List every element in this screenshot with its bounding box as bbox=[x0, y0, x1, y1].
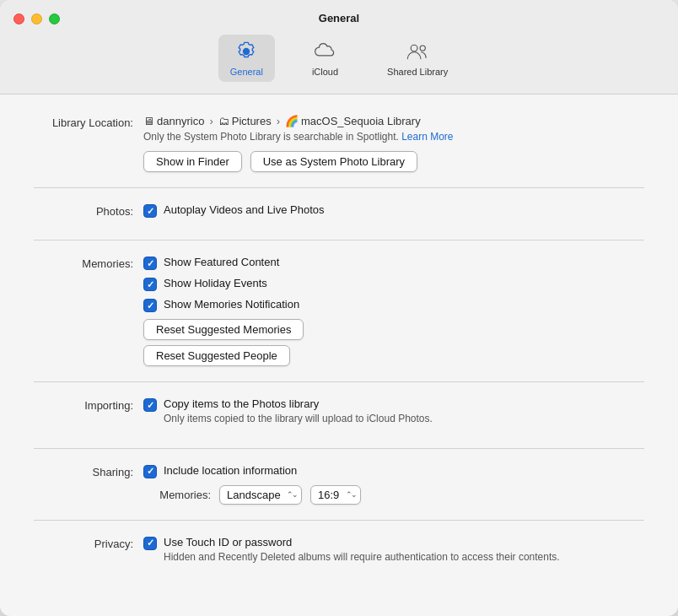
touch-id-row: Use Touch ID or password Hidden and Rece… bbox=[143, 536, 644, 565]
svg-point-0 bbox=[411, 45, 417, 51]
gear-icon bbox=[234, 40, 258, 63]
photos-content: Autoplay Videos and Live Photos bbox=[143, 203, 644, 224]
traffic-lights bbox=[13, 14, 60, 24]
path-sep-2: › bbox=[277, 115, 280, 127]
folder-icon: 🗂 bbox=[218, 115, 229, 127]
path-library-label: macOS_Sequoia Library bbox=[301, 115, 421, 127]
show-featured-checkbox[interactable] bbox=[143, 257, 157, 270]
titlebar: General General iCloud bbox=[0, 0, 678, 95]
ratio-select-wrapper: 16:9 4:3 1:1 bbox=[310, 485, 361, 505]
copy-items-row: Copy items to the Photos library Only it… bbox=[143, 397, 644, 426]
importing-content: Copy items to the Photos library Only it… bbox=[143, 397, 644, 433]
photos-label: Photos: bbox=[34, 203, 143, 224]
touch-id-content: Use Touch ID or password Hidden and Rece… bbox=[164, 536, 560, 565]
memories-content: Show Featured Content Show Holiday Event… bbox=[143, 256, 644, 366]
tab-shared-library[interactable]: Shared Library bbox=[375, 35, 460, 82]
orientation-select-wrapper: Landscape Portrait Square bbox=[219, 485, 302, 505]
reset-suggested-memories-button[interactable]: Reset Suggested Memories bbox=[143, 319, 304, 340]
library-sub-text: Only the System Photo Library is searcha… bbox=[143, 131, 644, 143]
icloud-icon bbox=[313, 40, 336, 63]
autoplay-checkbox[interactable] bbox=[143, 204, 157, 218]
memories-section: Memories: Show Featured Content Show Hol… bbox=[34, 256, 644, 366]
copy-items-checkbox[interactable] bbox=[143, 398, 157, 412]
sharing-label: Sharing: bbox=[34, 464, 143, 505]
library-path: 🖥 dannyrico › 🗂 Pictures › 🌈 macOS_Sequo… bbox=[143, 115, 644, 127]
people-icon bbox=[406, 40, 429, 63]
show-holiday-row: Show Holiday Events bbox=[143, 277, 644, 291]
include-location-row: Include location information bbox=[143, 464, 644, 478]
show-holiday-label: Show Holiday Events bbox=[164, 277, 267, 289]
include-location-checkbox[interactable] bbox=[143, 465, 157, 478]
privacy-section: Privacy: Use Touch ID or password Hidden… bbox=[34, 536, 644, 571]
importing-section: Importing: Copy items to the Photos libr… bbox=[34, 397, 644, 433]
privacy-content: Use Touch ID or password Hidden and Rece… bbox=[143, 536, 644, 571]
touch-id-checkbox[interactable] bbox=[143, 537, 157, 550]
autoplay-row: Autoplay Videos and Live Photos bbox=[143, 203, 644, 218]
path-sep-1: › bbox=[209, 115, 213, 127]
zoom-button[interactable] bbox=[49, 14, 60, 24]
divider-2 bbox=[34, 240, 644, 240]
memories-buttons: Reset Suggested Memories Reset Suggested… bbox=[143, 319, 644, 366]
tab-shared-library-label: Shared Library bbox=[387, 67, 448, 77]
privacy-label: Privacy: bbox=[34, 536, 143, 571]
memories-select-label: Memories: bbox=[143, 489, 211, 501]
tab-general-label: General bbox=[230, 67, 263, 77]
close-button[interactable] bbox=[13, 14, 24, 24]
memories-select-row: Memories: Landscape Portrait Square 16:9… bbox=[143, 485, 644, 505]
copy-items-label: Copy items to the Photos library bbox=[164, 397, 319, 410]
path-dannyrico-label: dannyrico bbox=[157, 115, 204, 127]
divider-5 bbox=[34, 520, 644, 521]
library-location-content: 🖥 dannyrico › 🗂 Pictures › 🌈 macOS_Sequo… bbox=[143, 115, 644, 172]
ratio-select[interactable]: 16:9 4:3 1:1 bbox=[310, 485, 361, 505]
minimize-button[interactable] bbox=[31, 14, 42, 24]
divider-1 bbox=[34, 187, 644, 188]
show-notification-label: Show Memories Notification bbox=[164, 298, 299, 311]
path-pictures-label: Pictures bbox=[232, 115, 272, 127]
library-location-section: Library Location: 🖥 dannyrico › 🗂 Pictur… bbox=[34, 115, 644, 172]
reset-suggested-people-button[interactable]: Reset Suggested People bbox=[143, 345, 290, 366]
show-notification-row: Show Memories Notification bbox=[143, 298, 644, 312]
copy-items-content: Copy items to the Photos library Only it… bbox=[164, 397, 433, 426]
library-location-label: Library Location: bbox=[34, 115, 143, 172]
tab-icloud[interactable]: iCloud bbox=[300, 35, 350, 82]
photos-section: Photos: Autoplay Videos and Live Photos bbox=[34, 203, 644, 224]
content-area: Library Location: 🖥 dannyrico › 🗂 Pictur… bbox=[0, 95, 678, 616]
sharing-content: Include location information Memories: L… bbox=[143, 464, 644, 505]
path-library: 🌈 macOS_Sequoia Library bbox=[285, 115, 421, 127]
tab-icloud-label: iCloud bbox=[312, 67, 338, 77]
importing-sub-text: Only items copied to the library will up… bbox=[164, 412, 433, 426]
sharing-section: Sharing: Include location information Me… bbox=[34, 464, 644, 505]
show-featured-row: Show Featured Content bbox=[143, 256, 644, 270]
photos-icon: 🌈 bbox=[285, 115, 299, 127]
orientation-select[interactable]: Landscape Portrait Square bbox=[219, 485, 302, 505]
memories-label: Memories: bbox=[34, 256, 143, 366]
show-holiday-checkbox[interactable] bbox=[143, 278, 157, 291]
toolbar: General iCloud bbox=[218, 35, 460, 85]
svg-point-1 bbox=[420, 46, 425, 51]
window-title: General bbox=[319, 12, 359, 24]
tab-general[interactable]: General bbox=[218, 35, 275, 82]
library-buttons: Show in Finder Use as System Photo Libra… bbox=[143, 151, 644, 172]
path-dannyrico: 🖥 dannyrico bbox=[143, 115, 204, 127]
touch-id-label: Use Touch ID or password bbox=[164, 536, 292, 548]
computer-icon: 🖥 bbox=[143, 115, 154, 127]
show-notification-checkbox[interactable] bbox=[143, 299, 157, 312]
learn-more-link[interactable]: Learn More bbox=[401, 131, 453, 143]
use-system-photo-library-button[interactable]: Use as System Photo Library bbox=[250, 151, 417, 172]
main-window: General General iCloud bbox=[0, 0, 678, 616]
privacy-sub-text: Hidden and Recently Deleted albums will … bbox=[164, 550, 560, 565]
show-featured-label: Show Featured Content bbox=[164, 256, 279, 268]
show-in-finder-button[interactable]: Show in Finder bbox=[143, 151, 242, 172]
divider-4 bbox=[34, 448, 644, 449]
path-pictures: 🗂 Pictures bbox=[218, 115, 272, 127]
autoplay-label: Autoplay Videos and Live Photos bbox=[164, 203, 325, 216]
importing-label: Importing: bbox=[34, 397, 143, 433]
divider-3 bbox=[34, 381, 644, 382]
include-location-label: Include location information bbox=[164, 464, 297, 477]
